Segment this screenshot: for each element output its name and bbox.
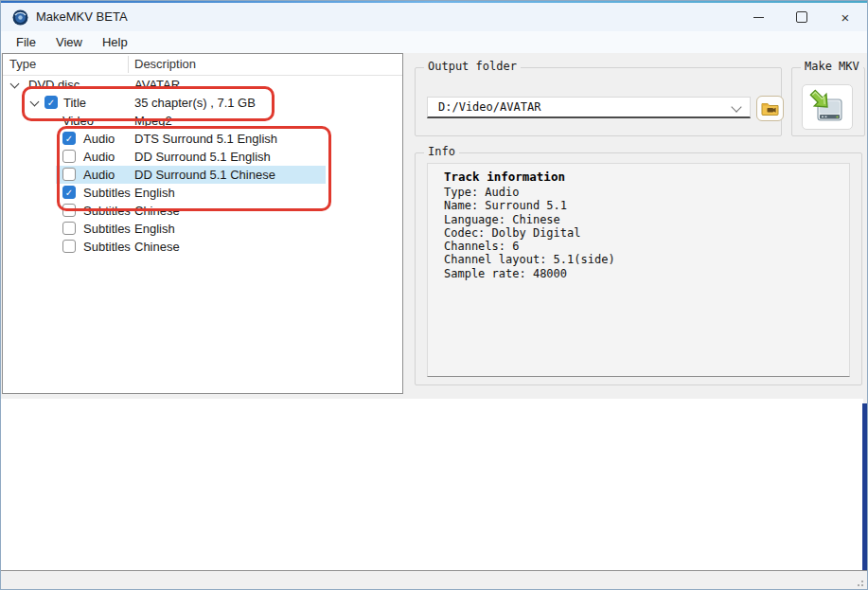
output-folder-group: Output folder	[415, 67, 782, 136]
browse-folder-button[interactable]	[756, 96, 784, 121]
checkbox-unchecked[interactable]	[62, 240, 76, 253]
menubar: File View Help	[1, 31, 867, 53]
makemkv-window: MakeMKV BETA × File View Help Type Descr…	[0, 0, 868, 590]
maximize-button[interactable]	[780, 3, 824, 31]
menu-view[interactable]: View	[46, 33, 92, 51]
chevron-down-icon[interactable]	[30, 98, 40, 107]
minimize-button[interactable]	[736, 3, 780, 31]
row-type: Subtitles	[83, 222, 131, 236]
checkbox-unchecked[interactable]	[62, 168, 76, 181]
tree-row[interactable]: DVD discAVATAR	[3, 76, 402, 94]
info-line: Language: Chinese	[444, 213, 849, 226]
checkbox-unchecked[interactable]	[62, 204, 76, 217]
row-description: Chinese	[134, 240, 180, 254]
tree-row[interactable]: AudioDD Surround 5.1 English	[3, 148, 402, 166]
tree-row[interactable]: SubtitlesChinese	[3, 238, 402, 256]
info-line: Type: Audio	[444, 186, 849, 199]
info-line: Sample rate: 48000	[444, 267, 849, 280]
close-button[interactable]: ×	[824, 3, 867, 31]
output-folder-label: Output folder	[424, 60, 521, 73]
row-type: Audio	[83, 150, 115, 164]
column-header-description[interactable]: Description	[134, 57, 196, 71]
row-type: Subtitles	[83, 186, 131, 200]
tree-row[interactable]: VideoMpeg2	[3, 112, 402, 130]
resize-grip-icon[interactable]	[854, 577, 864, 587]
info-panel: Track information Type: AudioName: Surro…	[427, 163, 850, 377]
column-header-type[interactable]: Type	[9, 57, 36, 71]
close-icon: ×	[841, 10, 850, 25]
make-mkv-group: Make MKV	[791, 67, 865, 136]
row-type: Subtitles	[83, 204, 131, 218]
tree-row[interactable]: SubtitlesChinese	[3, 202, 402, 220]
row-type: Subtitles	[83, 240, 131, 254]
row-description: DTS Surround 5.1 English	[134, 132, 277, 146]
window-title: MakeMKV BETA	[36, 9, 128, 24]
info-line: Name: Surround 5.1	[444, 199, 849, 212]
make-mkv-label: Make MKV	[801, 60, 863, 73]
statusbar	[1, 570, 867, 590]
row-type: Title	[63, 96, 86, 110]
menu-file[interactable]: File	[7, 33, 45, 51]
app-icon	[12, 9, 28, 26]
info-group: Info Track information Type: AudioName: …	[415, 152, 862, 385]
info-title: Track information	[444, 170, 849, 184]
maximize-icon	[796, 11, 807, 23]
info-line: Codec: Dolby Digital	[444, 226, 849, 240]
row-description: DD Surround 5.1 Chinese	[134, 168, 275, 182]
tree-header: Type Description	[3, 54, 402, 76]
menu-help[interactable]: Help	[93, 33, 137, 51]
checkbox-checked[interactable]: ✓	[44, 96, 58, 109]
row-description: DD Surround 5.1 English	[134, 150, 271, 164]
checkbox-unchecked[interactable]	[62, 222, 76, 235]
chevron-down-icon[interactable]	[10, 80, 20, 89]
log-area[interactable]	[1, 399, 863, 570]
folder-icon	[761, 101, 779, 116]
row-type: Audio	[83, 168, 115, 182]
drive-with-green-arrow-icon	[809, 89, 845, 125]
row-description: English	[134, 222, 175, 236]
tree-row[interactable]: ✓SubtitlesEnglish	[3, 184, 402, 202]
chevron-down-icon[interactable]	[731, 101, 741, 112]
tree-row[interactable]: AudioDD Surround 5.1 Chinese	[3, 166, 402, 184]
make-mkv-button[interactable]	[802, 84, 853, 130]
row-description: Mpeg2	[134, 114, 172, 128]
checkbox-checked[interactable]: ✓	[62, 186, 76, 199]
tree-rows: DVD discAVATAR✓Title35 chapter(s) , 7.1 …	[3, 76, 402, 256]
column-divider[interactable]	[128, 56, 129, 73]
checkbox-checked[interactable]: ✓	[62, 132, 76, 145]
info-lines: Type: AudioName: Surround 5.1Language: C…	[444, 186, 849, 280]
titlebar[interactable]: MakeMKV BETA ×	[1, 3, 867, 31]
minimize-icon	[753, 17, 764, 18]
checkbox-unchecked[interactable]	[62, 150, 76, 163]
tree-row[interactable]: ✓Title35 chapter(s) , 7.1 GB	[3, 94, 402, 112]
row-type: Audio	[83, 132, 115, 146]
tree-row[interactable]: ✓AudioDTS Surround 5.1 English	[3, 130, 402, 148]
output-folder-combobox[interactable]	[427, 97, 751, 118]
info-line: Channel layout: 5.1(side)	[444, 253, 849, 266]
row-description: Chinese	[134, 204, 180, 218]
row-description: AVATAR	[134, 78, 180, 92]
output-folder-input[interactable]	[436, 99, 724, 115]
row-type: Video	[62, 114, 94, 128]
row-type: DVD disc	[28, 78, 80, 92]
row-description: 35 chapter(s) , 7.1 GB	[134, 96, 256, 110]
info-label: Info	[424, 145, 459, 158]
scrollbar-accent-strip[interactable]	[862, 403, 867, 570]
row-description: English	[134, 186, 175, 200]
title-tree-panel: Type Description DVD discAVATAR✓Title35 …	[2, 53, 403, 394]
tree-row[interactable]: SubtitlesEnglish	[3, 220, 402, 238]
info-line: Channels: 6	[444, 240, 849, 253]
